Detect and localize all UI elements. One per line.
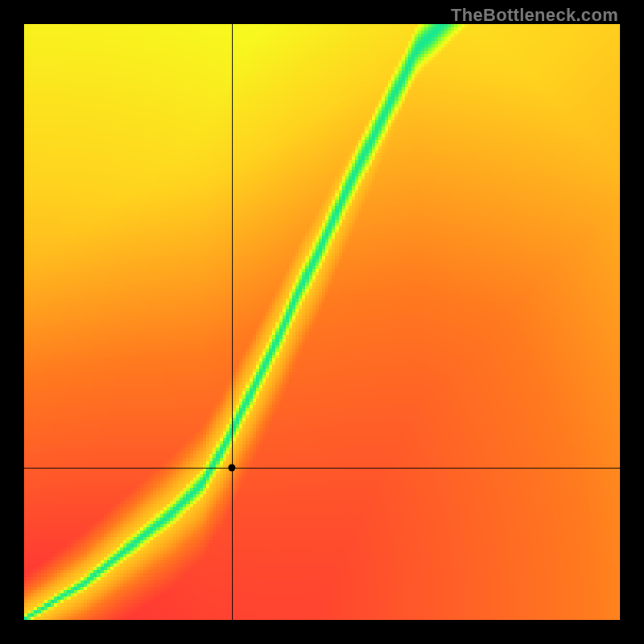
crosshair-horizontal — [24, 468, 620, 469]
selection-marker — [228, 464, 235, 472]
watermark-text: TheBottleneck.com — [451, 5, 618, 26]
heatmap-canvas — [24, 24, 620, 620]
chart-frame: TheBottleneck.com — [0, 0, 644, 644]
crosshair-vertical — [232, 24, 233, 620]
heatmap-plot — [24, 24, 620, 620]
